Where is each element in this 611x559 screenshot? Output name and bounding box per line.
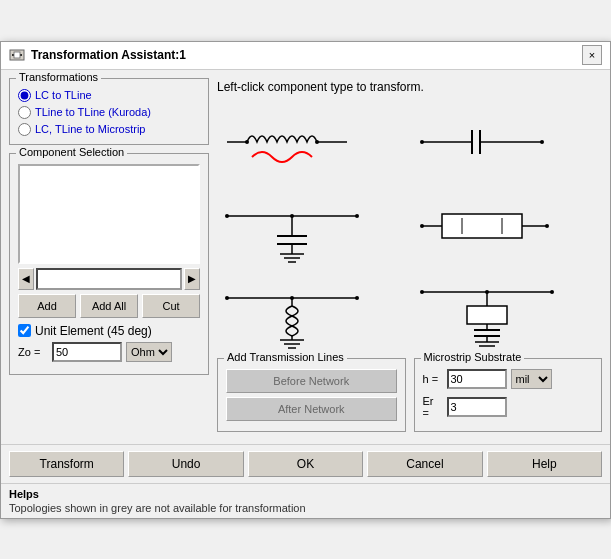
radio-lc-tline-label: LC to TLine — [35, 89, 92, 101]
helps-section: Helps Topologies shown in grey are not a… — [1, 483, 610, 518]
close-button[interactable]: × — [582, 45, 602, 65]
schematic-svg-6 — [412, 270, 562, 350]
er-label: Er = — [423, 395, 443, 419]
unit-element-label: Unit Element (45 deg) — [35, 324, 152, 338]
svg-point-39 — [290, 296, 294, 300]
before-network-button[interactable]: Before Network — [226, 369, 397, 393]
unit-element-row: Unit Element (45 deg) — [18, 324, 200, 338]
main-content: Transformations LC to TLine TLine to TLi… — [1, 70, 610, 444]
svg-rect-42 — [467, 306, 507, 324]
cancel-button[interactable]: Cancel — [367, 451, 482, 477]
help-button[interactable]: Help — [487, 451, 602, 477]
ok-button[interactable]: OK — [248, 451, 363, 477]
svg-point-5 — [245, 140, 249, 144]
helps-text: Topologies shown in grey are not availab… — [9, 502, 602, 514]
svg-rect-25 — [442, 214, 522, 238]
helps-label: Helps — [9, 488, 602, 500]
bottom-right: Add Transmission Lines Before Network Af… — [217, 358, 602, 432]
schematic-grid — [217, 102, 602, 350]
add-transmission-lines-label: Add Transmission Lines — [224, 351, 347, 363]
schematic-cell-1[interactable] — [217, 102, 367, 182]
title-bar: Transformation Assistant:1 × — [1, 42, 610, 70]
zo-field-row: Zo = 50 Ohm — [18, 342, 200, 362]
radio-tline-tline-input[interactable] — [18, 106, 31, 119]
er-field-row: Er = — [423, 395, 594, 419]
svg-point-51 — [485, 290, 489, 294]
component-list[interactable] — [18, 164, 200, 264]
window-title: Transformation Assistant:1 — [31, 48, 186, 62]
right-panel: Left-click component type to transform. — [217, 78, 602, 436]
main-window: Transformation Assistant:1 × Transformat… — [0, 41, 611, 519]
radio-tline-tline-label: TLine to TLine (Kuroda) — [35, 106, 151, 118]
er-input[interactable] — [447, 397, 507, 417]
nav-row: ◀ ▶ — [18, 268, 200, 290]
microstrip-substrate-label: Microstrip Substrate — [421, 351, 525, 363]
transformations-group-label: Transformations — [16, 71, 101, 83]
nav-prev-button[interactable]: ◀ — [18, 268, 34, 290]
nav-next-button[interactable]: ▶ — [184, 268, 200, 290]
instruction-text: Left-click component type to transform. — [217, 78, 602, 96]
app-icon — [9, 47, 25, 63]
svg-point-22 — [355, 214, 359, 218]
title-bar-left: Transformation Assistant:1 — [9, 47, 186, 63]
h-label: h = — [423, 373, 443, 385]
radio-lc-tline-input[interactable] — [18, 89, 31, 102]
transformations-group: Transformations LC to TLine TLine to TLi… — [9, 78, 209, 145]
nav-input[interactable] — [36, 268, 182, 290]
add-transmission-lines-group: Add Transmission Lines Before Network Af… — [217, 358, 406, 432]
transform-button[interactable]: Transform — [9, 451, 124, 477]
radio-lc-microstrip[interactable]: LC, TLine to Microstrip — [18, 123, 200, 136]
svg-point-23 — [290, 214, 294, 218]
svg-rect-2 — [14, 52, 20, 58]
add-all-button[interactable]: Add All — [80, 294, 138, 318]
schematic-cell-5[interactable] — [217, 270, 367, 350]
svg-point-50 — [550, 290, 554, 294]
radio-lc-microstrip-label: LC, TLine to Microstrip — [35, 123, 145, 135]
after-network-button[interactable]: After Network — [226, 397, 397, 421]
footer-buttons: Transform Undo OK Cancel Help — [1, 444, 610, 483]
microstrip-substrate-group: Microstrip Substrate h = mil mm Er = — [414, 358, 603, 432]
svg-point-37 — [225, 296, 229, 300]
radio-lc-tline[interactable]: LC to TLine — [18, 89, 200, 102]
schematic-cell-3[interactable] — [217, 186, 367, 266]
schematic-svg-2 — [412, 102, 562, 182]
h-unit-select[interactable]: mil mm — [511, 369, 552, 389]
zo-input[interactable] — [52, 342, 122, 362]
svg-point-30 — [545, 224, 549, 228]
component-selection-label: Component Selection — [16, 146, 127, 158]
component-selection-group: Component Selection ◀ ▶ Add Add All Cut … — [9, 153, 209, 375]
svg-point-29 — [420, 224, 424, 228]
radio-group: LC to TLine TLine to TLine (Kuroda) LC, … — [18, 89, 200, 136]
svg-point-11 — [420, 140, 424, 144]
unit-element-checkbox[interactable] — [18, 324, 31, 337]
zo-unit-select[interactable]: Ohm — [126, 342, 172, 362]
svg-point-12 — [540, 140, 544, 144]
schematic-cell-4[interactable] — [412, 186, 562, 266]
svg-point-49 — [420, 290, 424, 294]
schematic-svg-5 — [217, 270, 367, 350]
cut-button[interactable]: Cut — [142, 294, 200, 318]
radio-lc-microstrip-input[interactable] — [18, 123, 31, 136]
h-field-row: h = mil mm — [423, 369, 594, 389]
svg-point-6 — [315, 140, 319, 144]
schematic-svg-1 — [217, 102, 367, 182]
schematic-cell-6[interactable] — [412, 270, 562, 350]
h-input[interactable] — [447, 369, 507, 389]
svg-point-21 — [225, 214, 229, 218]
zo-label: Zo = — [18, 346, 48, 358]
svg-point-38 — [355, 296, 359, 300]
left-panel: Transformations LC to TLine TLine to TLi… — [9, 78, 209, 436]
add-lines-buttons: Before Network After Network — [226, 369, 397, 421]
action-btn-row: Add Add All Cut — [18, 294, 200, 318]
schematic-cell-2[interactable] — [412, 102, 562, 182]
schematic-svg-3 — [217, 186, 367, 266]
schematic-svg-4 — [412, 186, 562, 266]
radio-tline-tline[interactable]: TLine to TLine (Kuroda) — [18, 106, 200, 119]
undo-button[interactable]: Undo — [128, 451, 243, 477]
add-button[interactable]: Add — [18, 294, 76, 318]
